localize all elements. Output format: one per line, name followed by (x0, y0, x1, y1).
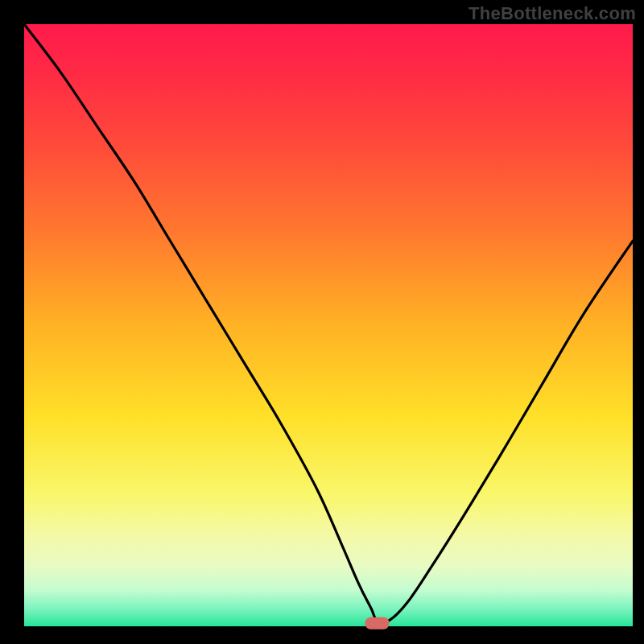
bottleneck-chart (0, 0, 644, 644)
optimal-marker (365, 617, 389, 630)
watermark-text: TheBottleneck.com (469, 3, 636, 24)
plot-background (24, 24, 633, 626)
chart-frame: TheBottleneck.com (0, 0, 644, 644)
